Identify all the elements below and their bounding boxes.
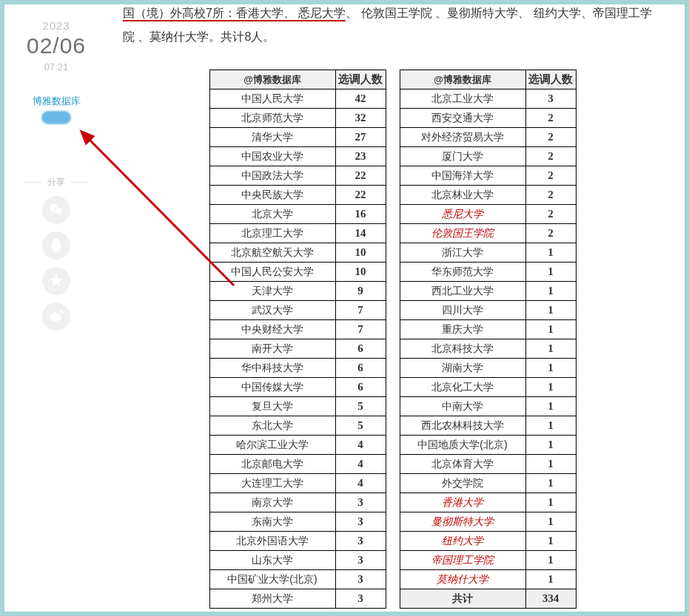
table-row: 北京外国语大学3: [209, 532, 386, 551]
table-row: 复旦大学5: [209, 397, 386, 416]
cell-count: 2: [525, 205, 576, 224]
cell-count: 22: [335, 166, 386, 186]
cell-name: 中央民族大学: [209, 186, 335, 205]
table-row: 东北大学5: [209, 416, 386, 436]
cell-count: 4: [335, 436, 386, 455]
cell-count: 1: [525, 493, 576, 512]
cell-count: 1: [525, 397, 576, 416]
table-row: 中南大学1: [400, 397, 576, 416]
cell-name: 北京理工大学: [209, 224, 335, 243]
cell-name: 北京科技大学: [400, 339, 525, 359]
cell-name: 华东师范大学: [400, 263, 525, 282]
table-row: 四川大学1: [400, 301, 576, 320]
cell-name: 中国矿业大学(北京): [209, 570, 335, 589]
wechat-icon[interactable]: [42, 196, 70, 224]
cell-name: 中央财经大学: [209, 320, 335, 339]
table-row: 北京大学16: [209, 205, 386, 224]
cell-name: 西安交通大学: [400, 109, 525, 128]
table-row: 莫纳什大学1: [400, 570, 576, 589]
cell-count: 2: [525, 147, 576, 166]
underline-seg1: 国（境）外高校7所：香港大学: [123, 7, 283, 21]
cell-name: 北京外国语大学: [209, 532, 335, 551]
cell-count: 1: [525, 263, 576, 282]
cell-name: 东北大学: [209, 416, 335, 436]
cell-name: 帝国理工学院: [400, 551, 525, 570]
table-row: 中国政法大学22: [209, 166, 386, 186]
cell-name: 对外经济贸易大学: [400, 128, 525, 147]
main-content: 国（境）外高校7所：香港大学、 悉尼大学、 伦敦国王学院 、曼彻斯特大学、 纽约…: [108, 4, 685, 612]
cell-name: 中国人民大学: [209, 89, 335, 109]
cell-count: 42: [335, 89, 386, 109]
cell-name: 莫纳什大学: [400, 570, 525, 589]
cell-name: 浙江大学: [400, 243, 525, 263]
cell-name: 纽约大学: [400, 532, 525, 551]
cell-count: 1: [525, 436, 576, 455]
cell-name: 悉尼大学: [400, 205, 525, 224]
cell-count: 22: [335, 186, 386, 205]
cell-name: 伦敦国王学院: [400, 224, 525, 243]
cell-count: 2: [525, 128, 576, 147]
cell-count: 1: [525, 512, 576, 532]
cell-name: 重庆大学: [400, 320, 525, 339]
cell-count: 14: [335, 224, 386, 243]
source-badge[interactable]: [41, 111, 71, 124]
table-row: 对外经济贸易大学2: [400, 128, 576, 147]
cell-name: 中国政法大学: [209, 166, 335, 186]
table-row: 中国地质大学(北京)1: [400, 436, 576, 455]
table-row: 重庆大学1: [400, 320, 576, 339]
th-count-left: 选调人数: [335, 70, 386, 89]
weibo-icon[interactable]: [42, 302, 70, 331]
total-value: 334: [525, 589, 576, 609]
page: 2023 02/06 07:21 博雅数据库 分享 国（境）外高校7所：香港大学…: [4, 4, 685, 612]
qq-icon[interactable]: [42, 231, 70, 260]
table-row: 华中科技大学6: [209, 359, 386, 378]
cell-count: 1: [525, 532, 576, 551]
share-icons: [4, 196, 108, 331]
table-row: 中国人民大学42: [209, 89, 386, 109]
table-row: 北京体育大学1: [400, 455, 576, 474]
cell-count: 3: [335, 589, 386, 609]
cell-name: 中国人民公安大学: [209, 263, 335, 282]
underline-seg2: 、 悉尼大学: [283, 7, 346, 21]
share-label: 分享: [4, 176, 108, 189]
cell-count: 10: [335, 243, 386, 263]
cell-name: 四川大学: [400, 301, 525, 320]
source-link[interactable]: 博雅数据库: [33, 95, 81, 108]
left-table: @博雅数据库 选调人数 中国人民大学42北京师范大学32清华大学27中国农业大学…: [209, 70, 386, 609]
star-icon[interactable]: [42, 267, 70, 295]
table-row: 东南大学3: [209, 512, 386, 532]
table-row: 北京师范大学32: [209, 109, 386, 128]
cell-count: 3: [335, 570, 386, 589]
cell-count: 10: [335, 263, 386, 282]
table-row: 纽约大学1: [400, 532, 576, 551]
date-year: 2023: [4, 19, 108, 32]
cell-count: 16: [335, 205, 386, 224]
cell-count: 3: [335, 512, 386, 532]
cell-name: 哈尔滨工业大学: [209, 436, 335, 455]
cell-count: 1: [525, 455, 576, 474]
table-row: 湖南大学1: [400, 359, 576, 378]
th-name-right: @博雅数据库: [400, 70, 525, 89]
cell-count: 1: [525, 416, 576, 436]
th-name-left: @博雅数据库: [209, 70, 335, 89]
table-row: 中央财经大学7: [209, 320, 386, 339]
cell-name: 北京大学: [209, 205, 335, 224]
table-row: 华东师范大学1: [400, 263, 576, 282]
cell-name: 北京体育大学: [400, 455, 525, 474]
cell-count: 6: [335, 378, 386, 397]
table-row: 天津大学9: [209, 282, 386, 301]
table-row: 中国农业大学23: [209, 147, 386, 166]
cell-name: 武汉大学: [209, 301, 335, 320]
table-row: 伦敦国王学院2: [400, 224, 576, 243]
cell-name: 华中科技大学: [209, 359, 335, 378]
cell-count: 1: [525, 282, 576, 301]
cell-name: 中国海洋大学: [400, 166, 525, 186]
cell-name: 南京大学: [209, 493, 335, 512]
table-row: 西北工业大学1: [400, 282, 576, 301]
cell-count: 27: [335, 128, 386, 147]
table-row: 哈尔滨工业大学4: [209, 436, 386, 455]
table-row: 中国海洋大学2: [400, 166, 576, 186]
cell-name: 北京航空航天大学: [209, 243, 335, 263]
intro-paragraph: 国（境）外高校7所：香港大学、 悉尼大学、 伦敦国王学院 、曼彻斯特大学、 纽约…: [123, 4, 662, 49]
table-row: 悉尼大学2: [400, 205, 576, 224]
